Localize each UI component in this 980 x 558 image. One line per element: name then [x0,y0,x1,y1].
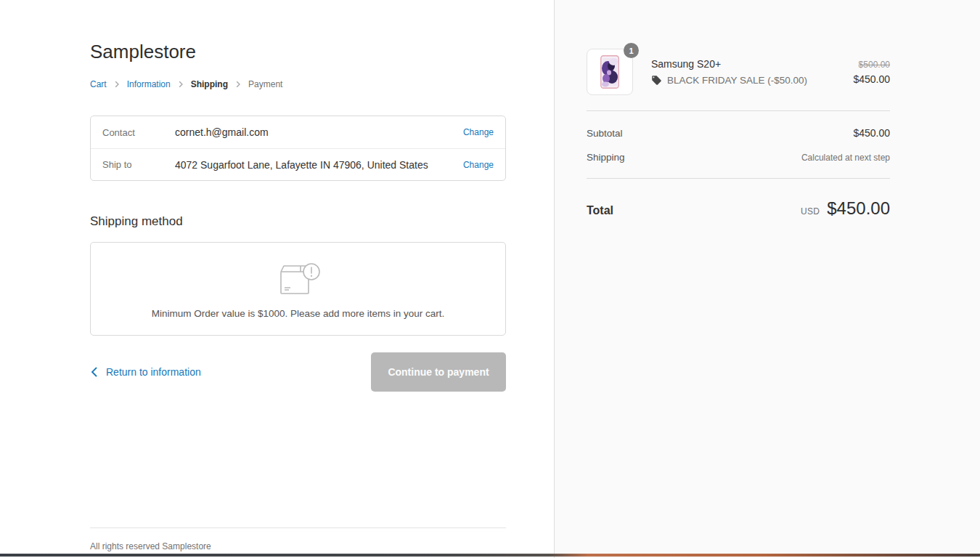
chevron-left-icon [90,367,99,377]
checkout-main: Samplestore Cart Information Shipping Pa… [0,0,554,558]
subtotal-label: Subtotal [587,128,623,139]
product-name: Samsung S20+ [651,58,853,70]
discount-label: BLACK FRIDAY SALE (-$50.00) [667,75,807,86]
breadcrumb-payment: Payment [248,79,282,89]
ship-to-row: Ship to 4072 Sugarfoot Lane, Lafayette I… [91,148,505,180]
cart-line-item: 1 Samsung S20+ BLACK FRIDAY SALE (-$50.0… [587,49,890,95]
subtotal-row: Subtotal $450.00 [587,127,890,139]
actions-row: Return to information Continue to paymen… [90,352,506,392]
minimum-order-message: Minimum Order value is $1000. Please add… [152,308,445,319]
discounted-price: $450.00 [853,73,890,85]
breadcrumb-cart[interactable]: Cart [90,79,107,89]
shipping-value: Calculated at next step [801,153,890,163]
total-value: $450.00 [827,198,890,219]
shipping-row: Shipping Calculated at next step [587,152,890,163]
return-link-label: Return to information [106,366,201,378]
currency-code: USD [801,206,820,217]
contact-row: Contact cornet.h@gmail.com Change [91,116,505,148]
contact-label: Contact [102,127,175,138]
shipping-method-heading: Shipping method [90,214,506,229]
store-title: Samplestore [90,41,506,63]
chevron-right-icon [113,81,121,88]
shipping-method-empty-box: Minimum Order value is $1000. Please add… [90,242,506,336]
original-price: $500.00 [853,60,890,70]
return-to-information-link[interactable]: Return to information [90,366,201,378]
subtotal-value: $450.00 [853,127,890,139]
contact-value: cornet.h@gmail.com [175,126,463,138]
order-summary-sidebar: 1 Samsung S20+ BLACK FRIDAY SALE (-$50.0… [554,0,980,558]
package-alert-icon [274,262,322,299]
review-card: Contact cornet.h@gmail.com Change Ship t… [90,116,506,181]
breadcrumb-shipping-current: Shipping [191,79,228,89]
tag-icon [651,75,662,86]
summary-divider [587,110,890,111]
page-footer: All rights reserved Samplestore [90,527,506,551]
bottom-accent-strip [0,554,980,557]
product-image-phone [600,55,619,89]
shipping-label: Shipping [587,152,625,163]
breadcrumb-information[interactable]: Information [127,79,171,89]
totals-section: Subtotal $450.00 Shipping Calculated at … [587,127,890,163]
chevron-right-icon [234,81,242,88]
ship-to-value: 4072 Sugarfoot Lane, Lafayette IN 47906,… [175,159,463,171]
product-thumbnail: 1 [587,49,633,95]
change-contact-link[interactable]: Change [463,127,494,137]
total-label: Total [587,204,613,217]
summary-divider [587,178,890,179]
ship-to-label: Ship to [102,159,175,170]
checkout-page: Samplestore Cart Information Shipping Pa… [0,0,980,558]
footer-text: All rights reserved Samplestore [90,541,506,551]
total-row: Total USD $450.00 [587,198,890,219]
chevron-right-icon [177,81,184,88]
quantity-badge: 1 [624,43,639,58]
continue-to-payment-button[interactable]: Continue to payment [371,352,506,392]
breadcrumb: Cart Information Shipping Payment [90,79,506,89]
discount-line: BLACK FRIDAY SALE (-$50.00) [651,75,853,86]
change-ship-to-link[interactable]: Change [463,160,494,170]
